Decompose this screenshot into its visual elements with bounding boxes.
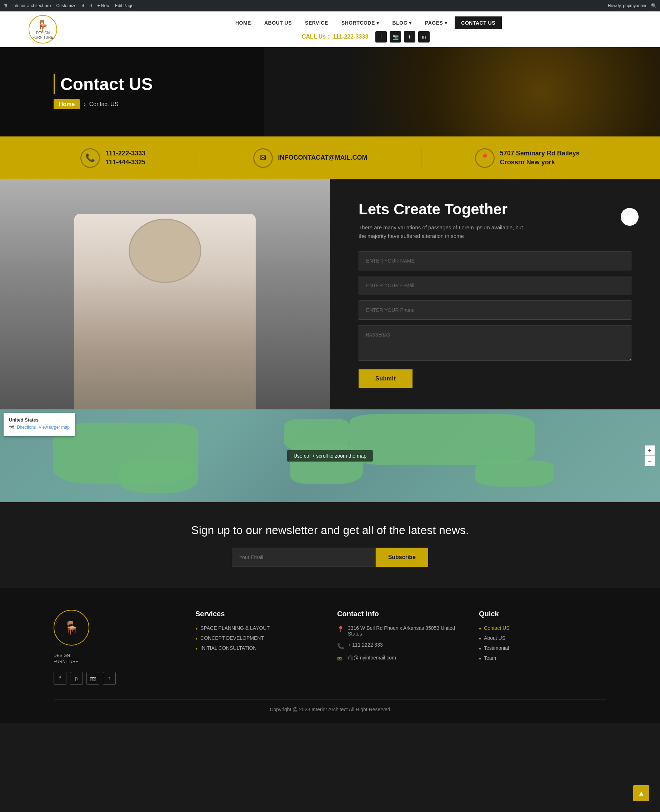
address-info: 📍 5707 Seminary Rd Baileys Crossro New y… <box>475 148 580 168</box>
footer-phone: 📞 + 111 2222 333 <box>337 642 465 650</box>
contact-image <box>0 180 330 409</box>
newsletter-form: Subscribe <box>232 548 428 567</box>
hero-bg <box>264 47 660 137</box>
bullet-icon: ● <box>195 627 197 631</box>
view-larger-link[interactable]: View larger map <box>38 425 69 430</box>
new-link[interactable]: + New <box>97 3 109 8</box>
logo[interactable]: 🪑 DESIGNFURNITURE <box>29 15 57 44</box>
map-background: United States 🗺 Directions View larger m… <box>0 409 660 502</box>
address-text: 5707 Seminary Rd Baileys Crossro New yor… <box>500 149 580 167</box>
quick-links-list: ● Contact US ● About US ● Testimonial ● … <box>479 625 606 661</box>
admin-bar: ⊞ interior-architect-pro Customize 4 0 +… <box>0 0 660 11</box>
breadcrumb-home[interactable]: Home <box>54 99 80 109</box>
nav-service[interactable]: SERVICE <box>299 17 334 29</box>
copyright-text: Copyright @ 2023 Interior Architect All … <box>270 707 390 712</box>
social-icons: f 📷 t in <box>375 31 430 43</box>
zoom-in-button[interactable]: + <box>645 445 655 456</box>
bullet-icon: ● <box>479 627 481 631</box>
newsletter-title: Sign up to our newsletter and get all of… <box>54 524 606 537</box>
phone-input[interactable] <box>359 300 631 320</box>
nav-about[interactable]: ABOUT US <box>259 17 298 29</box>
bullet-icon: ● <box>479 656 481 661</box>
nav-pages[interactable]: PAGES ▾ <box>419 17 453 29</box>
newsletter-email-input[interactable] <box>232 548 376 567</box>
form-subtitle: There are many variations of passages of… <box>359 223 530 240</box>
map-zoom-hint: Use ctrl + scroll to zoom the map <box>287 450 373 462</box>
nav-shortcode[interactable]: SHORTCODE ▾ <box>336 17 385 29</box>
instagram-icon[interactable]: 📷 <box>390 31 401 43</box>
bullet-icon: ● <box>479 637 481 640</box>
contact-form: Submit <box>359 251 631 388</box>
contact-section: Lets Create Together There are many vari… <box>0 180 660 409</box>
footer-address: 📍 3316 W Bell Rd Phoenix Arkansas 85053 … <box>337 625 465 637</box>
logo-icon: 🪑 <box>37 19 49 31</box>
header: 🪑 DESIGNFURNITURE HOME ABOUT US SERVICE … <box>0 11 660 47</box>
user-greeting: Howdy, phpmyadmin <box>608 3 647 8</box>
location-icon: 📍 <box>475 148 495 168</box>
footer-grid: 🪑 DESIGNFURNITURE f p 📷 t Services ● SPA… <box>54 610 606 685</box>
email-icon: ✉ <box>337 656 342 662</box>
phone-info: 📞 111-222-3333 111-444-3325 <box>80 148 145 168</box>
footer-services-col: Services ● SPACE PLANNING & LAYOUT ● CON… <box>195 610 323 685</box>
main-nav: HOME ABOUT US SERVICE SHORTCODE ▾ BLOG ▾… <box>230 16 502 29</box>
footer-pinterest-icon[interactable]: p <box>70 672 83 685</box>
list-item[interactable]: ● Contact US <box>479 625 606 631</box>
contact-photo <box>0 180 330 409</box>
footer-twitter-icon[interactable]: t <box>103 672 116 685</box>
list-item[interactable]: ● Testimonial <box>479 645 606 651</box>
edit-link[interactable]: Edit Page <box>115 3 133 8</box>
customize-link[interactable]: Customize <box>56 3 76 8</box>
directions-icon: 🗺 <box>9 424 14 430</box>
zoom-out-button[interactable]: − <box>645 456 655 466</box>
contact-form-area: Lets Create Together There are many vari… <box>330 180 660 409</box>
footer-contact-col: Contact info 📍 3316 W Bell Rd Phoenix Ar… <box>337 610 465 685</box>
list-item: ● INITIAL CONSULTATION <box>195 645 323 651</box>
map-location-title: United States <box>9 417 70 423</box>
email-input[interactable] <box>359 276 631 295</box>
twitter-icon[interactable]: t <box>404 31 416 43</box>
footer-logo-icon: 🪑 <box>63 621 79 635</box>
nav-home[interactable]: HOME <box>230 17 257 29</box>
footer-bottom: Copyright @ 2023 Interior Architect All … <box>54 699 606 712</box>
footer-logo-text: DESIGNFURNITURE <box>54 653 78 665</box>
comments-count[interactable]: 4 <box>82 3 84 8</box>
address-icon: 📍 <box>337 626 344 632</box>
newsletter-section: Sign up to our newsletter and get all of… <box>0 502 660 588</box>
wp-logo[interactable]: ⊞ <box>3 3 7 8</box>
email-text: INFOCONTACAT@MAIL.COM <box>278 153 368 162</box>
form-title: Lets Create Together <box>359 201 631 218</box>
linkedin-icon[interactable]: in <box>418 31 430 43</box>
nav-blog[interactable]: BLOG ▾ <box>387 17 417 29</box>
quick-title: Quick <box>479 610 606 618</box>
footer-logo-col: 🪑 DESIGNFURNITURE f p 📷 t <box>54 610 181 685</box>
toggle-button[interactable]: ○ <box>621 208 639 226</box>
submit-button[interactable]: Submit <box>359 369 412 388</box>
logo-area: 🪑 DESIGNFURNITURE <box>29 15 100 44</box>
page-title: Contact US <box>54 74 153 94</box>
subscribe-button[interactable]: Subscribe <box>376 548 428 567</box>
name-input[interactable] <box>359 251 631 270</box>
list-item: ● CONCEPT DEVELOPMENT <box>195 635 323 641</box>
footer-instagram-icon[interactable]: 📷 <box>86 672 99 685</box>
list-item[interactable]: ● Team <box>479 655 606 661</box>
updates-count[interactable]: 0 <box>90 3 92 8</box>
bullet-icon: ● <box>195 647 197 650</box>
services-title: Services <box>195 610 323 618</box>
logo-text: DESIGNFURNITURE <box>32 31 53 40</box>
directions-link[interactable]: Directions <box>17 425 36 430</box>
message-input[interactable] <box>359 325 631 361</box>
list-item[interactable]: ● About US <box>479 635 606 641</box>
email-info: ✉ INFOCONTACAT@MAIL.COM <box>253 148 368 168</box>
footer-facebook-icon[interactable]: f <box>54 672 67 685</box>
hero-banner: Contact US Home › Contact US <box>0 47 660 137</box>
phone-icon: 📞 <box>80 148 100 168</box>
facebook-icon[interactable]: f <box>375 31 387 43</box>
bullet-icon: ● <box>195 637 197 640</box>
nav-contact[interactable]: CONTACT US <box>455 16 502 29</box>
hero-content: Contact US Home › Contact US <box>54 74 153 109</box>
site-name[interactable]: interior-architect-pro <box>13 3 51 8</box>
search-icon[interactable]: 🔍 <box>651 3 657 8</box>
footer-social-icons: f p 📷 t <box>54 672 116 685</box>
phone-text: 111-222-3333 111-444-3325 <box>105 149 145 167</box>
map-zoom-controls: + − <box>645 445 655 466</box>
